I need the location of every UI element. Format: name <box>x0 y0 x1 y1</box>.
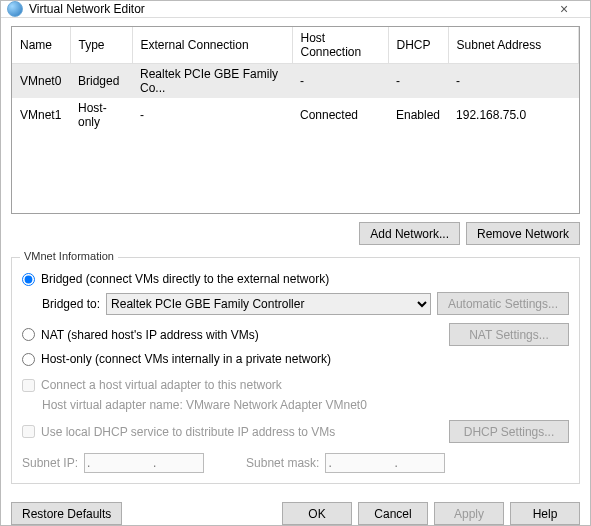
col-dhcp[interactable]: DHCP <box>388 27 448 64</box>
use-dhcp-label: Use local DHCP service to distribute IP … <box>41 425 335 439</box>
col-host[interactable]: Host Connection <box>292 27 388 64</box>
ok-button[interactable]: OK <box>282 502 352 525</box>
table-row[interactable]: VMnet0 Bridged Realtek PCIe GBE Family C… <box>12 64 579 99</box>
hostonly-radio[interactable] <box>22 353 35 366</box>
host-adapter-name-label: Host virtual adapter name: VMware Networ… <box>42 398 569 412</box>
cell-ext: - <box>132 98 292 132</box>
hostonly-label: Host-only (connect VMs internally in a p… <box>41 352 331 366</box>
cell-subnet: 192.168.75.0 <box>448 98 578 132</box>
cell-name: VMnet1 <box>12 98 70 132</box>
automatic-settings-button[interactable]: Automatic Settings... <box>437 292 569 315</box>
connect-host-adapter-checkbox[interactable] <box>22 379 35 392</box>
cell-host: - <box>292 64 388 99</box>
add-network-button[interactable]: Add Network... <box>359 222 460 245</box>
help-button[interactable]: Help <box>510 502 580 525</box>
cell-ext: Realtek PCIe GBE Family Co... <box>132 64 292 99</box>
virtual-network-editor-window: Virtual Network Editor × Name Type Exter… <box>0 0 591 526</box>
dhcp-settings-button[interactable]: DHCP Settings... <box>449 420 569 443</box>
app-icon <box>7 1 23 17</box>
subnet-ip-label: Subnet IP: <box>22 456 78 470</box>
remove-network-button[interactable]: Remove Network <box>466 222 580 245</box>
restore-defaults-button[interactable]: Restore Defaults <box>11 502 122 525</box>
col-subnet[interactable]: Subnet Address <box>448 27 578 64</box>
bridged-to-select[interactable]: Realtek PCIe GBE Family Controller <box>106 293 431 315</box>
nat-label: NAT (shared host's IP address with VMs) <box>41 328 259 342</box>
cell-type: Bridged <box>70 64 132 99</box>
connect-host-adapter-label: Connect a host virtual adapter to this n… <box>41 378 282 392</box>
network-table[interactable]: Name Type External Connection Host Conne… <box>11 26 580 214</box>
cell-type: Host-only <box>70 98 132 132</box>
vmnet-information-group: VMnet Information Bridged (connect VMs d… <box>11 257 580 484</box>
cancel-button[interactable]: Cancel <box>358 502 428 525</box>
subnet-ip-input[interactable] <box>84 453 204 473</box>
bridged-label: Bridged (connect VMs directly to the ext… <box>41 272 329 286</box>
window-title: Virtual Network Editor <box>29 2 544 16</box>
titlebar: Virtual Network Editor × <box>1 1 590 18</box>
bridged-to-label: Bridged to: <box>42 297 100 311</box>
col-type[interactable]: Type <box>70 27 132 64</box>
cell-subnet: - <box>448 64 578 99</box>
bridged-radio[interactable] <box>22 273 35 286</box>
subnet-mask-label: Subnet mask: <box>246 456 319 470</box>
col-name[interactable]: Name <box>12 27 70 64</box>
nat-settings-button[interactable]: NAT Settings... <box>449 323 569 346</box>
cell-name: VMnet0 <box>12 64 70 99</box>
group-title: VMnet Information <box>20 250 118 262</box>
col-ext[interactable]: External Connection <box>132 27 292 64</box>
apply-button[interactable]: Apply <box>434 502 504 525</box>
table-row[interactable]: VMnet1 Host-only - Connected Enabled 192… <box>12 98 579 132</box>
cell-host: Connected <box>292 98 388 132</box>
cell-dhcp: - <box>388 64 448 99</box>
subnet-mask-input[interactable] <box>325 453 445 473</box>
cell-dhcp: Enabled <box>388 98 448 132</box>
use-dhcp-checkbox[interactable] <box>22 425 35 438</box>
nat-radio[interactable] <box>22 328 35 341</box>
close-icon[interactable]: × <box>544 1 584 17</box>
